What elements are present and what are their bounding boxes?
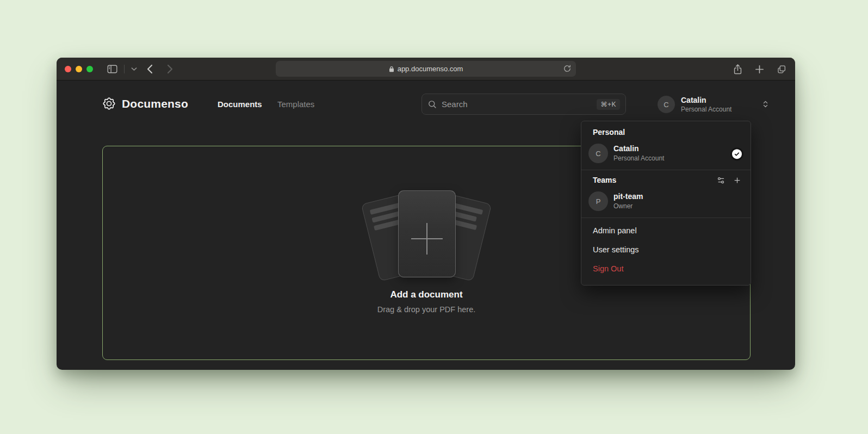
nav-documents[interactable]: Documents xyxy=(218,100,262,109)
url-text: app.documenso.com xyxy=(398,65,463,73)
menu-item-sign-out[interactable]: Sign Out xyxy=(581,259,751,278)
avatar: P xyxy=(588,191,608,211)
search-input[interactable] xyxy=(442,100,597,109)
desktop: { "browser": { "url": "app.documenso.com… xyxy=(0,0,868,434)
tab-overview-icon[interactable] xyxy=(777,65,786,74)
plus-icon xyxy=(411,223,443,255)
lock-icon xyxy=(389,66,394,72)
menu-teams-heading: Teams xyxy=(593,176,616,184)
share-icon[interactable] xyxy=(733,64,742,75)
search-icon xyxy=(427,100,437,109)
documenso-brand[interactable]: Documenso xyxy=(101,96,188,111)
manage-teams-icon[interactable] xyxy=(717,176,725,184)
account-type: Personal Account xyxy=(681,106,731,114)
browser-window: app.documenso.com xyxy=(57,58,795,370)
team-name: pit-team xyxy=(613,192,643,201)
new-tab-icon[interactable] xyxy=(755,65,764,74)
menu-item-user-settings[interactable]: User settings xyxy=(581,240,751,259)
chevrons-up-down-icon xyxy=(761,100,770,108)
personal-account-name: Catalin xyxy=(613,144,664,153)
documenso-logo-icon xyxy=(101,96,117,111)
nav-templates[interactable]: Templates xyxy=(277,100,314,109)
back-button[interactable] xyxy=(147,64,153,74)
reload-icon[interactable] xyxy=(563,65,571,72)
zoom-window-button[interactable] xyxy=(86,66,93,72)
team-role: Owner xyxy=(613,202,643,210)
minimize-window-button[interactable] xyxy=(76,66,82,72)
account-dropdown-menu: Personal C Catalin Personal Account Team… xyxy=(581,121,751,286)
dropzone-subtitle: Drag & drop your PDF here. xyxy=(377,305,476,314)
dropzone-title: Add a document xyxy=(390,289,462,300)
close-window-button[interactable] xyxy=(65,66,71,72)
selected-check-icon xyxy=(732,149,742,159)
menu-item-admin-panel[interactable]: Admin panel xyxy=(581,221,751,240)
browser-titlebar: app.documenso.com xyxy=(57,58,795,80)
document-card-center xyxy=(398,190,456,277)
forward-button[interactable] xyxy=(167,64,173,74)
menu-team-item[interactable]: P pit-team Owner xyxy=(581,189,751,216)
add-team-icon[interactable] xyxy=(733,176,741,184)
sidebar-toggle-icon[interactable] xyxy=(107,65,117,73)
account-name: Catalin xyxy=(681,96,731,105)
search-shortcut-badge: ⌘+K xyxy=(597,99,620,110)
menu-personal-heading: Personal xyxy=(581,127,751,141)
brand-name: Documenso xyxy=(122,97,188,110)
toolbar-separator xyxy=(124,65,125,73)
window-controls xyxy=(65,66,93,72)
dropzone-illustration xyxy=(361,193,492,275)
personal-account-type: Personal Account xyxy=(613,154,664,163)
sidebar-chevron-down-icon[interactable] xyxy=(131,67,137,71)
avatar: C xyxy=(588,144,608,163)
search-box[interactable]: ⌘+K xyxy=(421,94,626,115)
address-bar[interactable]: app.documenso.com xyxy=(276,61,576,77)
account-menu-button[interactable]: C Catalin Personal Account xyxy=(658,96,770,114)
avatar: C xyxy=(658,96,675,113)
menu-personal-account-item[interactable]: C Catalin Personal Account xyxy=(581,141,751,169)
